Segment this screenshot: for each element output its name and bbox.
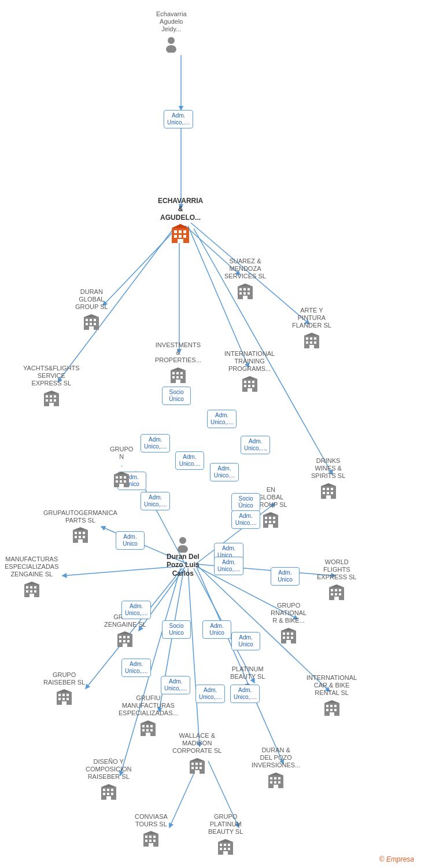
socio-en-role[interactable]: SocioÚnico	[231, 493, 260, 512]
svg-rect-188	[334, 709, 337, 711]
adm-training-role[interactable]: Adm.Unico,....	[207, 410, 237, 428]
svg-rect-47	[310, 337, 312, 340]
adm-grupauto-role[interactable]: Adm.Unico	[116, 531, 145, 550]
svg-rect-176	[67, 694, 69, 696]
conviasa-node: CONVIASATOURS SL	[135, 813, 168, 847]
svg-rect-148	[123, 636, 125, 638]
svg-rect-147	[119, 636, 121, 638]
svg-rect-241	[224, 848, 226, 850]
adm-zengaine-role[interactable]: Adm.Unico,....	[121, 601, 151, 619]
adm-en-role[interactable]: Adm.Unico....	[231, 510, 260, 529]
svg-rect-105	[331, 492, 333, 494]
duran-del-pozo-label: Duran DelPozo LuisCarlos	[167, 553, 200, 578]
svg-rect-69	[180, 376, 183, 378]
svg-rect-111	[273, 517, 275, 519]
svg-rect-222	[103, 793, 105, 795]
svg-rect-91	[116, 476, 118, 479]
adm-unico-role-2[interactable]: Adm.Unico....	[175, 451, 204, 470]
svg-rect-49	[306, 341, 308, 344]
svg-rect-228	[145, 836, 147, 838]
building-icon-diseno	[100, 783, 117, 800]
svg-point-25	[168, 37, 175, 44]
svg-rect-38	[243, 288, 246, 290]
adm-unico-mid-2[interactable]: Adm.Unico,....	[214, 557, 243, 575]
building-icon-training	[241, 375, 258, 392]
svg-rect-219	[103, 789, 105, 791]
suarez-mendoza-node: SUAREZ &MENDOZASERVICES SL	[224, 258, 266, 300]
grupauto-label: GRUPAUTOGERMANICAPARTS SL	[43, 509, 117, 524]
svg-rect-237	[220, 844, 222, 846]
building-icon-arte	[303, 332, 320, 349]
svg-rect-102	[331, 488, 333, 490]
adm-unico-mfg-role[interactable]: Adm.Unico,....	[121, 659, 151, 677]
duran-inversiones-label: DURAN &DEL POZOINVERSIONES...	[252, 746, 300, 770]
grupauto-node: GRUPAUTOGERMANICAPARTS SL	[43, 509, 117, 543]
svg-rect-39	[248, 288, 250, 290]
socio-zengaine-role[interactable]: SocioUnico	[162, 620, 191, 639]
svg-rect-93	[124, 476, 126, 479]
svg-rect-230	[153, 836, 156, 838]
svg-rect-78	[252, 385, 254, 387]
svg-rect-238	[224, 844, 226, 846]
drinks-wines-label: DRINKSWINES &SPIRITS SL	[311, 457, 345, 480]
svg-rect-149	[127, 636, 130, 638]
building-icon-intl-bike	[280, 627, 297, 644]
svg-rect-151	[123, 640, 125, 642]
svg-rect-224	[111, 793, 113, 795]
svg-rect-225	[106, 796, 111, 800]
svg-rect-211	[274, 777, 276, 779]
svg-rect-92	[120, 476, 122, 479]
svg-rect-110	[269, 517, 271, 519]
svg-rect-82	[46, 395, 48, 398]
adm-unico-role-1[interactable]: Adm.Unico,....	[141, 434, 170, 453]
adm-unico-mid-3[interactable]: Adm.Unico	[271, 567, 300, 586]
adm-unico-zengaine2[interactable]: Adm.Unico	[202, 620, 231, 639]
svg-marker-53	[304, 333, 319, 336]
building-icon-grupo-platinum	[217, 838, 234, 855]
building-icon-suarez	[237, 282, 254, 300]
svg-rect-131	[34, 586, 36, 589]
adm-unico-role-3[interactable]: Adm.Unico....	[210, 463, 239, 481]
adm-grufiu-role1[interactable]: Adm.Unico,....	[161, 676, 190, 694]
org-chart: Echavarria Agudelo Jeidy... Adm.Unico,..…	[0, 0, 421, 868]
adm-unico-training2[interactable]: Adm.Unico,...,	[241, 436, 270, 454]
svg-rect-158	[291, 632, 293, 635]
adm-grufiu-role3[interactable]: Adm.Unico,....	[230, 685, 260, 703]
svg-rect-160	[287, 637, 289, 639]
svg-rect-68	[176, 376, 179, 378]
svg-rect-130	[30, 586, 32, 589]
adm-grufiu-role2[interactable]: Adm.Unico,....	[195, 685, 225, 703]
adm-unico-top-role[interactable]: Adm.Unico,....	[164, 110, 193, 128]
duran-global-node: DURANGLOBALGROUP SL	[75, 288, 108, 330]
svg-marker-71	[171, 367, 186, 370]
svg-rect-157	[287, 632, 289, 635]
svg-rect-74	[248, 381, 250, 383]
yachts-flights-label: YACHTS&FLIGHTSSERVICEEXPRESS SL	[23, 365, 80, 388]
svg-marker-107	[321, 483, 336, 486]
svg-rect-106	[326, 495, 331, 499]
svg-rect-177	[58, 698, 61, 700]
socio-unico-investments[interactable]: SocioÚnico	[162, 387, 191, 405]
world-flights-node: WORLDFLIGHTSEXPRESS SL	[317, 558, 356, 601]
svg-marker-98	[114, 472, 129, 475]
svg-rect-76	[244, 385, 246, 387]
svg-rect-48	[314, 337, 316, 340]
svg-rect-87	[54, 399, 56, 402]
svg-rect-196	[146, 729, 149, 731]
svg-rect-118	[75, 532, 77, 534]
svg-marker-35	[172, 224, 189, 228]
svg-rect-233	[153, 840, 156, 842]
platinum-beauty-label: PLATINUMBEAUTY SL	[230, 665, 265, 681]
intl-car-bike-node: INTERNATIONALCAR & BIKERENTAL SL	[306, 674, 357, 716]
svg-rect-79	[248, 388, 252, 392]
svg-rect-232	[149, 840, 152, 842]
svg-rect-141	[331, 593, 333, 595]
svg-rect-95	[120, 480, 122, 483]
adm-unico-zengaine3[interactable]: Adm.Unico	[231, 632, 260, 650]
grupo-intl-bike-node: GRUPORNATIONALR & BIKE...	[271, 602, 306, 644]
svg-rect-121	[75, 536, 77, 538]
arte-pintura-node: ARTE YPINTURAFLANDER SL	[292, 307, 331, 349]
adm-unico-role-4[interactable]: Adm.Unico,....	[141, 492, 170, 510]
grufiu-label: GRUFIUMANUFACTURASESPECIALIZADAS...	[119, 694, 178, 718]
svg-point-126	[179, 537, 186, 544]
